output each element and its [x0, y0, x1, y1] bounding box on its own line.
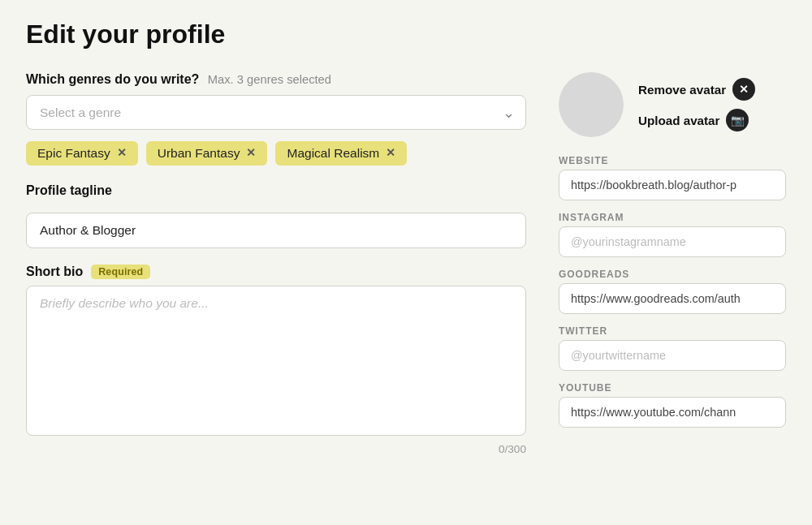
left-column: Which genres do you write? Max. 3 genres…: [26, 72, 526, 455]
avatar-image: [559, 72, 624, 137]
genre-select-wrapper: Select a genre Epic Fantasy Urban Fantas…: [26, 95, 526, 130]
instagram-label: INSTAGRAM: [559, 212, 786, 223]
goodreads-input[interactable]: [559, 283, 786, 314]
avatar-section: Remove avatar ✕ Upload avatar 📷: [559, 72, 786, 137]
genre-section-label: Which genres do you write? Max. 3 genres…: [26, 72, 526, 87]
remove-magical-realism-button[interactable]: ✕: [386, 148, 395, 159]
youtube-input[interactable]: [559, 397, 786, 428]
youtube-label: YOUTUBE: [559, 382, 786, 394]
bio-textarea[interactable]: [26, 286, 526, 436]
required-badge: Required: [91, 265, 150, 279]
remove-epic-fantasy-button[interactable]: ✕: [117, 148, 127, 159]
remove-avatar-button[interactable]: Remove avatar ✕: [638, 78, 755, 101]
genre-tag-epic-fantasy: Epic Fantasy ✕: [26, 141, 138, 166]
upload-avatar-label: Upload avatar: [638, 114, 719, 127]
goodreads-label: GOODREADS: [559, 269, 786, 280]
youtube-field-group: YOUTUBE: [559, 382, 786, 428]
genre-select[interactable]: Select a genre Epic Fantasy Urban Fantas…: [26, 95, 526, 130]
avatar-actions: Remove avatar ✕ Upload avatar 📷: [638, 78, 755, 131]
twitter-field-group: TWITTER: [559, 325, 786, 371]
website-field-group: WEBSITE: [559, 155, 786, 200]
right-column: Remove avatar ✕ Upload avatar 📷 WEBSITE …: [559, 72, 786, 428]
remove-avatar-label: Remove avatar: [638, 83, 726, 97]
instagram-input[interactable]: [559, 226, 786, 257]
social-section: WEBSITE INSTAGRAM GOODREADS TWITTER YOUT…: [559, 155, 786, 428]
website-input[interactable]: [559, 170, 786, 200]
twitter-label: TWITTER: [559, 325, 786, 337]
instagram-field-group: INSTAGRAM: [559, 212, 786, 257]
twitter-input[interactable]: [559, 340, 786, 371]
tagline-section: Profile tagline: [26, 183, 526, 248]
bio-char-count: 0/300: [26, 443, 526, 455]
genre-sublabel: Max. 3 genres selected: [208, 73, 331, 86]
page-title: Edit your profile: [26, 19, 786, 49]
bio-section: Short bio Required 0/300: [26, 265, 526, 455]
genre-tag-urban-fantasy: Urban Fantasy ✕: [146, 141, 268, 166]
goodreads-field-group: GOODREADS: [559, 269, 786, 314]
remove-urban-fantasy-button[interactable]: ✕: [246, 148, 256, 159]
bio-header: Short bio Required: [26, 265, 526, 279]
genre-tags-row: Epic Fantasy ✕ Urban Fantasy ✕ Magical R…: [26, 141, 526, 166]
genre-tag-magical-realism: Magical Realism ✕: [275, 141, 407, 166]
bio-label: Short bio: [26, 265, 83, 279]
tagline-label: Profile tagline: [26, 183, 526, 198]
upload-avatar-button[interactable]: Upload avatar 📷: [638, 109, 755, 131]
upload-avatar-icon: 📷: [726, 109, 749, 131]
website-label: WEBSITE: [559, 155, 786, 166]
remove-avatar-icon: ✕: [732, 78, 755, 101]
tagline-input[interactable]: [26, 213, 526, 248]
